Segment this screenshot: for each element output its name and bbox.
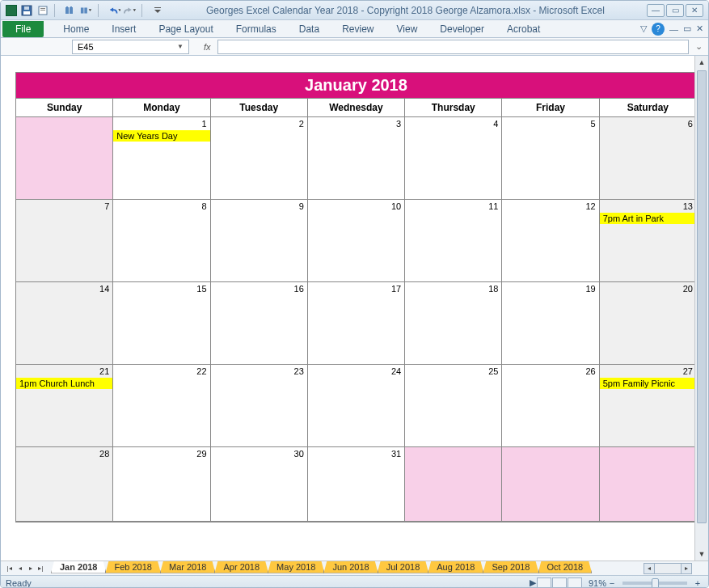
calendar-day-cell[interactable]: 9 <box>211 200 308 282</box>
calendar-day-cell[interactable]: 17 <box>308 282 405 365</box>
calendar-day-cell[interactable]: 20 <box>600 282 697 365</box>
hscroll-right-icon[interactable]: ▸ <box>681 563 692 574</box>
close-button[interactable]: ✕ <box>686 4 703 17</box>
file-tab[interactable]: File <box>2 21 44 37</box>
sheet-tab[interactable]: Apr 2018 <box>214 561 268 573</box>
minimize-button[interactable]: — <box>647 4 665 17</box>
ribbon-minimize-icon[interactable]: ▽ <box>640 23 647 34</box>
ribbon-tab-acrobat[interactable]: Acrobat <box>496 20 551 38</box>
hscroll-left-icon[interactable]: ◂ <box>644 563 655 574</box>
calendar-day-cell[interactable]: 137pm Art in Park <box>600 200 697 282</box>
sheet-tab[interactable]: May 2018 <box>268 561 324 573</box>
maximize-button[interactable]: ▭ <box>666 4 684 17</box>
calendar-day-cell[interactable]: 211pm Church Lunch <box>16 365 113 447</box>
calendar-day-cell[interactable]: 275pm Family Picnic <box>600 365 697 447</box>
hscroll-track[interactable] <box>655 563 681 574</box>
tab-nav-last-icon[interactable]: ▸| <box>36 563 46 574</box>
sheet-tab[interactable]: Jun 2018 <box>323 561 378 573</box>
vertical-scrollbar[interactable]: ▲ ▼ <box>694 56 708 561</box>
calendar-day-cell[interactable] <box>405 447 502 522</box>
tab-nav-next-icon[interactable]: ▸ <box>25 563 36 574</box>
sheet-tab[interactable]: Sep 2018 <box>483 561 538 573</box>
save-icon[interactable] <box>20 4 33 17</box>
calendar-event[interactable]: 7pm Art in Park <box>600 213 696 224</box>
calendar-day-cell[interactable]: 6 <box>600 117 697 200</box>
calendar-day-cell[interactable]: 14 <box>16 282 113 365</box>
calendar-day-cell[interactable]: 18 <box>405 282 502 365</box>
worksheet-area[interactable]: January 2018 Sunday Monday Tuesday Wedne… <box>1 56 708 561</box>
find-dropdown-icon[interactable] <box>80 4 93 17</box>
ribbon-tab-formulas[interactable]: Formulas <box>225 20 288 38</box>
calendar-day-cell[interactable]: 1New Years Day <box>113 117 210 200</box>
calendar-day-cell[interactable]: 22 <box>113 365 210 447</box>
calendar-day-cell[interactable] <box>16 117 113 200</box>
calendar-day-cell[interactable]: 23 <box>211 365 308 447</box>
calendar-day-cell[interactable]: 4 <box>405 117 502 200</box>
macro-record-icon[interactable]: ▶ <box>530 577 536 588</box>
normal-view-button[interactable] <box>537 577 551 589</box>
calendar-day-cell[interactable]: 26 <box>502 365 599 447</box>
calendar-day-cell[interactable] <box>600 447 697 522</box>
formula-input[interactable] <box>217 40 689 54</box>
fx-label[interactable]: fx <box>200 42 214 52</box>
sheet-tab[interactable]: Oct 2018 <box>538 561 593 573</box>
calendar-day-cell[interactable]: 3 <box>308 117 405 200</box>
horizontal-scrollbar[interactable]: ◂ ▸ <box>644 563 692 574</box>
ribbon-tab-review[interactable]: Review <box>331 20 385 38</box>
calendar-day-cell[interactable]: 11 <box>405 200 502 282</box>
page-layout-view-button[interactable] <box>552 577 567 589</box>
undo-icon[interactable] <box>108 4 120 17</box>
print-preview-icon[interactable] <box>36 4 49 17</box>
expand-formula-bar-icon[interactable]: ⌄ <box>692 41 705 52</box>
zoom-out-button[interactable]: − <box>606 578 618 588</box>
ribbon-tab-home[interactable]: Home <box>52 20 100 38</box>
calendar-event[interactable]: 1pm Church Lunch <box>16 378 112 389</box>
calendar-day-cell[interactable]: 24 <box>308 365 405 447</box>
scroll-down-icon[interactable]: ▼ <box>695 548 708 561</box>
calendar-event[interactable]: 5pm Family Picnic <box>600 378 696 389</box>
calendar-event[interactable]: New Years Day <box>113 130 209 142</box>
help-icon[interactable]: ? <box>652 23 665 36</box>
ribbon-tab-page-layout[interactable]: Page Layout <box>147 20 224 38</box>
ribbon-tab-developer[interactable]: Developer <box>428 20 496 38</box>
zoom-in-button[interactable]: + <box>692 578 703 588</box>
sheet-tab[interactable]: Aug 2018 <box>428 561 483 573</box>
sheet-tab[interactable]: Jul 2018 <box>378 561 429 573</box>
scroll-up-icon[interactable]: ▲ <box>695 56 708 69</box>
name-box-dropdown-icon[interactable]: ▼ <box>177 43 184 50</box>
tab-nav-first-icon[interactable]: |◂ <box>4 563 15 574</box>
sheet-tab[interactable]: Mar 2018 <box>160 561 215 573</box>
ribbon-tab-view[interactable]: View <box>386 20 429 38</box>
ribbon-tab-data[interactable]: Data <box>288 20 331 38</box>
calendar-day-cell[interactable]: 19 <box>502 282 599 365</box>
calendar-day-cell[interactable]: 31 <box>308 447 405 522</box>
calendar-day-cell[interactable]: 30 <box>211 447 308 522</box>
calendar-day-cell[interactable]: 25 <box>405 365 502 447</box>
name-box[interactable]: E45 ▼ <box>72 40 189 54</box>
page-break-view-button[interactable] <box>568 577 582 589</box>
doc-restore-button[interactable]: ▭ <box>683 23 691 34</box>
calendar-day-cell[interactable]: 12 <box>502 200 599 282</box>
calendar-day-cell[interactable]: 16 <box>211 282 308 365</box>
zoom-level[interactable]: 91% <box>589 578 606 588</box>
redo-icon[interactable] <box>124 4 137 17</box>
calendar-day-cell[interactable] <box>502 447 599 522</box>
calendar-day-cell[interactable]: 2 <box>211 117 308 200</box>
calendar-day-cell[interactable]: 8 <box>113 200 210 282</box>
ribbon-tab-insert[interactable]: Insert <box>100 20 147 38</box>
find-icon[interactable] <box>64 4 77 17</box>
calendar-day-cell[interactable]: 29 <box>113 447 210 522</box>
calendar-day-cell[interactable]: 10 <box>308 200 405 282</box>
tab-nav-prev-icon[interactable]: ◂ <box>15 563 25 574</box>
zoom-slider[interactable] <box>622 582 687 585</box>
doc-minimize-button[interactable]: — <box>669 24 678 34</box>
calendar-day-cell[interactable]: 28 <box>16 447 113 522</box>
calendar-day-cell[interactable]: 5 <box>502 117 599 200</box>
calendar-day-cell[interactable]: 7 <box>16 200 113 282</box>
scrollbar-thumb[interactable] <box>697 70 707 523</box>
qat-customize-icon[interactable] <box>151 4 164 17</box>
calendar-day-cell[interactable]: 15 <box>113 282 210 365</box>
sheet-tab[interactable]: Jan 2018 <box>51 561 106 573</box>
doc-close-button[interactable]: ✕ <box>696 23 703 34</box>
sheet-tab[interactable]: Feb 2018 <box>105 561 160 573</box>
